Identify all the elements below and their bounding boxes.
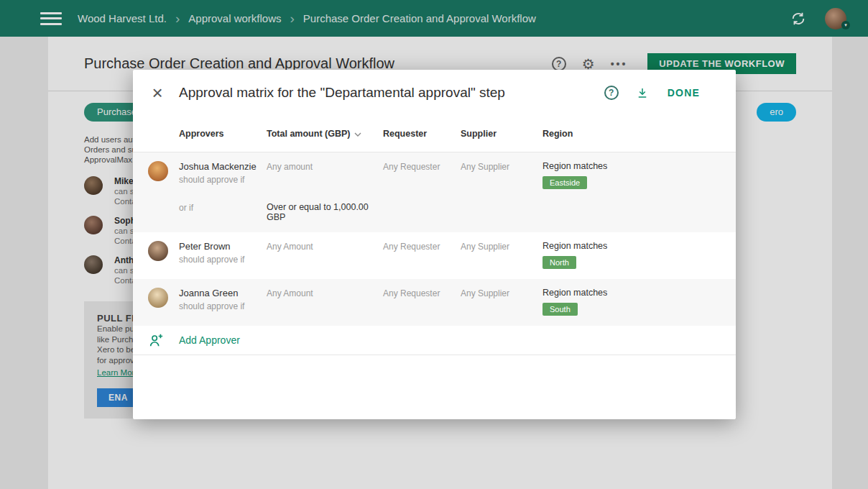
app-screen: Wood Harvest Ltd. › Approval workflows ›… [0, 0, 868, 489]
column-header-requester: Requester [383, 129, 461, 139]
approver-name: Joshua Mackenzie [179, 161, 267, 172]
region-tag: South [542, 303, 578, 316]
table-row: Joanna Green should approve if Any Amoun… [133, 279, 736, 326]
region-condition-label: Region matches [542, 288, 719, 298]
add-approver-label: Add Approver [179, 334, 240, 346]
region-tag: Eastside [542, 176, 587, 189]
amount-condition[interactable]: Any Amount [267, 288, 383, 316]
matrix-column-headers: Approvers Total amount (GBP) Requester S… [133, 116, 736, 152]
sort-chevron-icon [354, 132, 361, 137]
help-icon[interactable]: ? [604, 86, 619, 100]
supplier-condition[interactable]: Any Supplier [461, 288, 542, 316]
supplier-condition[interactable]: Any Supplier [461, 161, 542, 189]
amount-condition[interactable]: Any amount [267, 161, 383, 189]
approver-name: Joanna Green [179, 288, 267, 298]
table-row: Joshua Mackenzie should approve if Any a… [133, 152, 736, 232]
matrix-rows: Joshua Mackenzie should approve if Any a… [133, 152, 736, 355]
column-header-amount[interactable]: Total amount (GBP) [267, 129, 383, 139]
approver-name: Peter Brown [179, 241, 267, 252]
or-if-label: or if [179, 202, 267, 222]
close-icon[interactable]: × [149, 84, 166, 101]
modal-title: Approval matrix for the "Departamental a… [179, 85, 505, 101]
done-button[interactable]: DONE [668, 87, 700, 99]
amount-condition[interactable]: Any Amount [267, 241, 383, 269]
requester-condition[interactable]: Any Requester [383, 288, 461, 316]
requester-condition[interactable]: Any Requester [383, 161, 461, 189]
region-tag: North [542, 256, 576, 269]
modal-header: × Approval matrix for the "Departamental… [133, 70, 736, 116]
approver-condition-label: should approve if [179, 175, 267, 185]
approval-matrix-modal: × Approval matrix for the "Departamental… [133, 70, 736, 419]
region-condition-label: Region matches [542, 241, 719, 251]
add-approver-icon [148, 332, 179, 348]
requester-condition[interactable]: Any Requester [383, 241, 461, 269]
column-header-region: Region [542, 129, 719, 139]
avatar [148, 241, 168, 261]
supplier-condition[interactable]: Any Supplier [461, 241, 542, 269]
column-header-supplier: Supplier [461, 129, 542, 139]
avatar [148, 288, 168, 308]
or-amount-condition[interactable]: Over or equal to 1,000.00 GBP [267, 202, 383, 222]
download-icon[interactable] [636, 86, 649, 99]
region-condition-label: Region matches [542, 161, 719, 171]
approver-condition-label: should approve if [179, 255, 267, 265]
column-header-approvers: Approvers [179, 129, 267, 139]
approver-condition-label: should approve if [179, 301, 267, 311]
table-row: Peter Brown should approve if Any Amount… [133, 232, 736, 279]
avatar [148, 161, 168, 181]
add-approver-button[interactable]: Add Approver [133, 326, 736, 355]
modal-actions: ? DONE [604, 86, 700, 100]
